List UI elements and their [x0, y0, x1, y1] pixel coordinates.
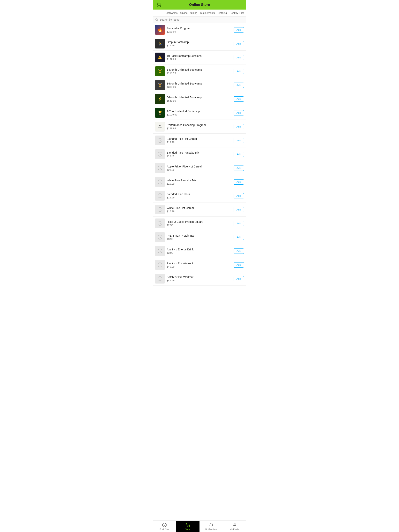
product-info: Drop In Bootcamp $17.99 [167, 40, 232, 47]
product-name: Alani Nu Pre Workout [167, 262, 232, 265]
product-info: Firestarter Program $299.99 [167, 27, 232, 33]
add-button[interactable]: Add [234, 27, 244, 32]
add-button[interactable]: Add [234, 207, 244, 212]
product-price: $3.99 [167, 238, 232, 241]
add-button[interactable]: Add [234, 41, 244, 46]
add-button[interactable]: Add [234, 138, 244, 143]
tab-supplements[interactable]: Supplements [200, 12, 215, 14]
search-bar [153, 17, 246, 23]
product-price: $49.99 [167, 265, 232, 268]
tab-online-training[interactable]: Online Training [180, 12, 197, 14]
product-price: $19.99 [167, 155, 232, 158]
product-name: White Rice Hot Cereal [167, 206, 232, 209]
product-name: Alani Nu Energy Drink [167, 248, 232, 251]
product-price: $549.99 [167, 99, 232, 102]
list-item: White Rice Pancake Mix $19.99 Add [153, 175, 246, 189]
add-button[interactable]: Add [234, 152, 244, 157]
product-info: White Rice Pancake Mix $19.99 [167, 179, 232, 185]
product-name: Firestarter Program [167, 27, 232, 30]
tab-bootcamps[interactable]: Bootcamps [165, 12, 178, 14]
product-name: Blended Rice Pancake Mix [167, 151, 232, 154]
list-item: 🏆 1-Year Unlimited Bootcamp $1029.99 Add [153, 106, 246, 120]
product-info: Performance Coaching Program $299.99 [167, 123, 232, 130]
svg-point-1 [160, 6, 161, 7]
list-item: ⚡ 6-Month Unlimited Bootcamp $549.99 Add [153, 92, 246, 106]
product-info: Apple Fritter Rice Hot Cereal $21.99 [167, 165, 232, 171]
cart-icon[interactable] [156, 2, 161, 8]
product-info: 10 Pack Bootcamp Sessions $129.99 [167, 54, 232, 61]
product-price: $16.99 [167, 196, 232, 199]
product-info: White Rice Hot Cereal $16.99 [167, 206, 232, 213]
search-icon [155, 18, 158, 21]
product-info: Batch 27 Pre Workout $49.99 [167, 276, 232, 282]
product-name: Heidi O Cakes Protein Square [167, 220, 232, 223]
product-price: $3.99 [167, 251, 232, 254]
list-item: 🏋️ 1-Month Unlimited Bootcamp $119.99 Ad… [153, 64, 246, 78]
tab-healthy-eats[interactable]: Healthy Eats [230, 12, 244, 14]
add-button[interactable]: Add [234, 179, 244, 185]
add-button[interactable]: Add [234, 124, 244, 129]
list-item: Alani Nu Energy Drink $3.99 Add [153, 244, 246, 258]
list-item: 🏃 Drop In Bootcamp $17.99 Add [153, 37, 246, 51]
product-info: Alani Nu Energy Drink $3.99 [167, 248, 232, 254]
add-button[interactable]: Add [234, 221, 244, 226]
product-info: 6-Month Unlimited Bootcamp $549.99 [167, 96, 232, 102]
add-button[interactable]: Add [234, 55, 244, 60]
list-item: Heidi O Cakes Protein Square $2.50 Add [153, 216, 246, 230]
product-name: Apple Fritter Rice Hot Cereal [167, 165, 232, 168]
product-price: $19.99 [167, 182, 232, 185]
product-list: 🔥 Firestarter Program $299.99 Add 🏃 Drop… [153, 23, 246, 299]
product-price: $319.99 [167, 85, 232, 89]
add-button[interactable]: Add [234, 262, 244, 267]
product-name: Blended Rice Hot Cereal [167, 137, 232, 140]
svg-point-0 [158, 6, 158, 7]
product-info: Blended Rice Flour $16.99 [167, 193, 232, 199]
product-name: 1-Year Unlimited Bootcamp [167, 110, 232, 113]
product-info: 1-Year Unlimited Bootcamp $1029.99 [167, 110, 232, 116]
add-button[interactable]: Add [234, 82, 244, 88]
add-button[interactable]: Add [234, 193, 244, 198]
list-item: White Rice Hot Cereal $16.99 Add [153, 203, 246, 216]
list-item: 💪 10 Pack Bootcamp Sessions $129.99 Add [153, 51, 246, 64]
list-item: 🔥 Firestarter Program $299.99 Add [153, 23, 246, 37]
tab-clothing[interactable]: Clothing [218, 12, 227, 14]
add-button[interactable]: Add [234, 96, 244, 102]
product-price: $16.99 [167, 210, 232, 213]
product-name: Blended Rice Flour [167, 193, 232, 196]
nav-tabs: Bootcamps Online Training Supplements Cl… [153, 10, 246, 17]
product-price: $299.99 [167, 127, 232, 130]
add-button[interactable]: Add [234, 69, 244, 74]
product-price: $119.99 [167, 72, 232, 75]
list-item: Blended Rice Pancake Mix $19.99 Add [153, 147, 246, 161]
product-price: $17.99 [167, 44, 232, 47]
product-name: Drop In Bootcamp [167, 40, 232, 44]
list-item: Blended Rice Hot Cereal $19.99 Add [153, 133, 246, 147]
product-price: $1029.99 [167, 113, 232, 116]
add-button[interactable]: Add [234, 110, 244, 115]
product-info: Blended Rice Pancake Mix $19.99 [167, 151, 232, 158]
list-item: Alani Nu Pre Workout $49.99 Add [153, 258, 246, 272]
product-name: 3-Month Unlimited Bootcamp [167, 82, 232, 85]
svg-point-2 [155, 19, 157, 20]
product-price: $49.99 [167, 279, 232, 282]
product-name: Batch 27 Pre Workout [167, 276, 232, 279]
product-price: $129.99 [167, 58, 232, 61]
product-info: 1-Month Unlimited Bootcamp $119.99 [167, 68, 232, 75]
add-button[interactable]: Add [234, 235, 244, 240]
product-price: $19.99 [167, 141, 232, 144]
list-item: Blended Rice Flour $16.99 Add [153, 189, 246, 203]
add-button[interactable]: Add [234, 248, 244, 254]
product-name: 6-Month Unlimited Bootcamp [167, 96, 232, 99]
page-title: Online Store [189, 3, 210, 7]
list-item: 🏋️ 3-Month Unlimited Bootcamp $319.99 Ad… [153, 78, 246, 92]
product-info: 3-Month Unlimited Bootcamp $319.99 [167, 82, 232, 89]
product-info: PhD Smart Protein Bar $3.99 [167, 234, 232, 241]
search-input[interactable] [160, 18, 244, 21]
add-button[interactable]: Add [234, 165, 244, 171]
product-info: Blended Rice Hot Cereal $19.99 [167, 137, 232, 144]
product-info: Heidi O Cakes Protein Square $2.50 [167, 220, 232, 227]
list-item: FITCLUB Performance Coaching Program $29… [153, 120, 246, 133]
add-button[interactable]: Add [234, 276, 244, 281]
svg-line-3 [157, 20, 158, 21]
list-item: Apple Fritter Rice Hot Cereal $21.99 Add [153, 161, 246, 175]
